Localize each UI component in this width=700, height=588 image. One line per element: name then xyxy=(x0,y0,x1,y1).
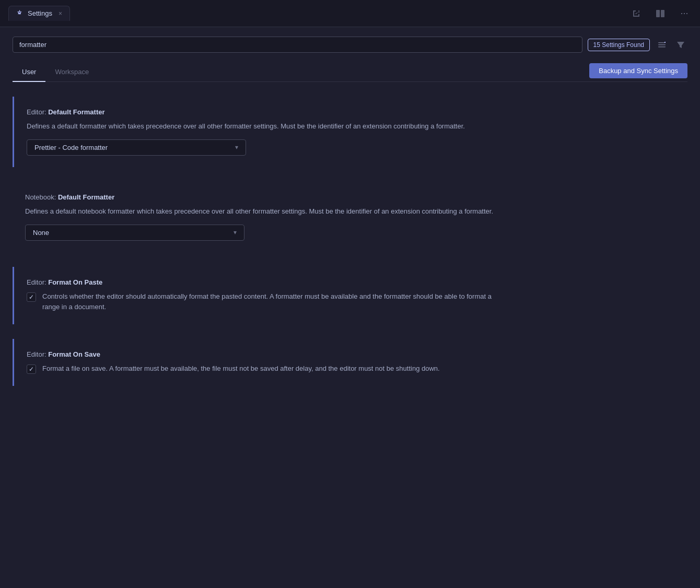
svg-rect-6 xyxy=(664,42,666,43)
filter-icon xyxy=(676,40,685,50)
format-on-save-checkbox[interactable]: ✓ xyxy=(27,364,36,374)
search-row: 15 Settings Found xyxy=(13,37,687,53)
svg-rect-2 xyxy=(661,10,664,17)
default-formatter-dropdown[interactable]: Prettier - Code formatter ▾ xyxy=(27,139,246,156)
backup-sync-button[interactable]: Backup and Sync Settings xyxy=(589,63,687,78)
tab-workspace[interactable]: Workspace xyxy=(45,64,98,82)
svg-rect-3 xyxy=(658,42,666,43)
dropdown-value-1: Prettier - Code formatter xyxy=(34,144,108,151)
format-on-paste-label: Controls whether the editor should autom… xyxy=(42,291,497,313)
dropdown-value-2: None xyxy=(33,229,49,237)
setting-title-4: Editor: Format On Save xyxy=(27,350,687,358)
format-on-paste-checkbox-row: ✓ Controls whether the editor should aut… xyxy=(27,291,497,313)
open-layout-button[interactable] xyxy=(629,6,644,21)
split-editor-button[interactable] xyxy=(653,6,668,21)
setting-editor-default-formatter: Editor: Default Formatter Defines a defa… xyxy=(13,97,687,167)
clear-search-button[interactable] xyxy=(655,38,669,52)
settings-main: 15 Settings Found User Workspace xyxy=(0,27,700,401)
setting-editor-format-on-save: Editor: Format On Save ✓ Format a file o… xyxy=(13,339,687,386)
svg-rect-5 xyxy=(658,46,666,48)
more-actions-button[interactable]: ··· xyxy=(677,6,692,21)
format-on-paste-checkbox[interactable]: ✓ xyxy=(27,292,36,302)
filter-button[interactable] xyxy=(674,38,687,52)
settings-tab[interactable]: Settings × xyxy=(8,6,70,21)
titlebar: Settings × ··· xyxy=(0,0,700,27)
tabs-row: User Workspace Backup and Sync Settings xyxy=(13,63,687,82)
setting-desc-2: Defines a default notebook formatter whi… xyxy=(25,206,495,217)
setting-desc-1: Defines a default formatter which takes … xyxy=(27,121,497,132)
svg-rect-1 xyxy=(656,10,660,17)
tab-close-button[interactable]: × xyxy=(59,10,62,17)
settings-icon xyxy=(16,10,24,17)
split-icon xyxy=(655,8,666,19)
setting-notebook-default-formatter: Notebook: Default Formatter Defines a de… xyxy=(13,182,687,252)
format-on-save-label: Format a file on save. A formatter must … xyxy=(42,363,440,374)
setting-editor-format-on-paste: Editor: Format On Paste ✓ Controls wheth… xyxy=(13,267,687,325)
chevron-down-icon: ▾ xyxy=(235,144,238,151)
tab-label: Settings xyxy=(28,9,52,17)
tabs-left: User Workspace xyxy=(13,64,98,81)
search-results-badge: 15 Settings Found xyxy=(588,39,650,51)
titlebar-right: ··· xyxy=(629,6,692,21)
chevron-down-icon-2: ▾ xyxy=(234,229,237,236)
more-icon: ··· xyxy=(680,8,688,19)
list-icon xyxy=(657,40,667,50)
open-icon xyxy=(631,8,641,19)
setting-title-2: Notebook: Default Formatter xyxy=(25,193,687,201)
svg-rect-4 xyxy=(658,44,666,45)
search-input[interactable] xyxy=(13,37,582,53)
tab-user[interactable]: User xyxy=(13,64,45,82)
notebook-formatter-dropdown[interactable]: None ▾ xyxy=(25,225,244,241)
setting-title-3: Editor: Format On Paste xyxy=(27,278,687,286)
titlebar-left: Settings × xyxy=(8,6,70,21)
format-on-save-checkbox-row: ✓ Format a file on save. A formatter mus… xyxy=(27,363,497,374)
setting-title-1: Editor: Default Formatter xyxy=(27,108,687,116)
settings-list: Editor: Default Formatter Defines a defa… xyxy=(13,97,687,401)
